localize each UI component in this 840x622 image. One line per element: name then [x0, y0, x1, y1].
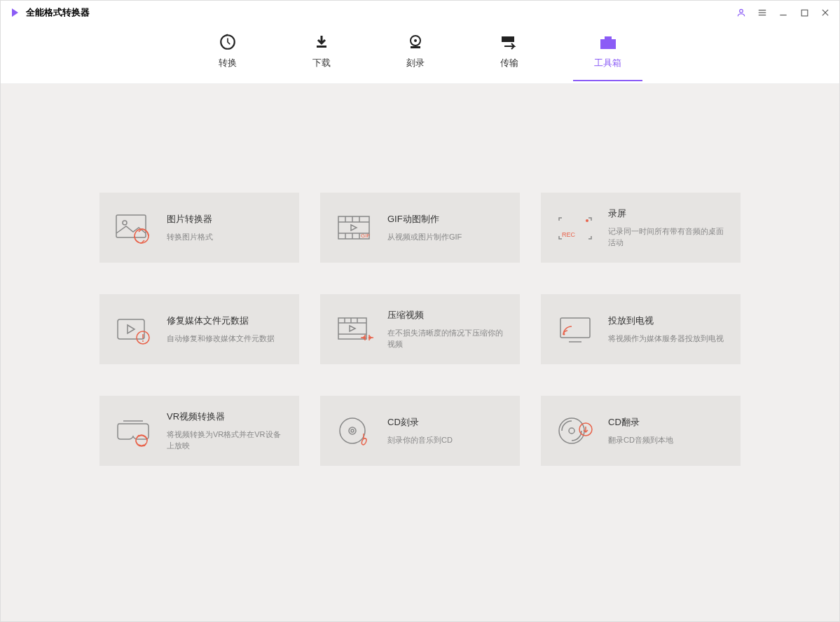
user-icon[interactable]	[736, 7, 747, 18]
card-desc: 记录同一时间所有带有音频的桌面活动	[608, 226, 727, 249]
card-title: 录屏	[608, 207, 727, 220]
tab-burn[interactable]: 刻录	[392, 27, 439, 81]
svg-point-47	[351, 429, 354, 432]
close-icon[interactable]	[820, 7, 831, 18]
convert-icon	[219, 33, 237, 51]
svg-point-43	[563, 333, 565, 336]
card-desc: 自动修复和修改媒体文件元数据	[167, 333, 285, 345]
gif-maker-icon: GIF	[334, 211, 375, 244]
tabbar: 转换 下载 刻录 传输 工具箱	[1, 25, 839, 84]
card-desc: 从视频或图片制作GIF	[387, 231, 506, 243]
cd-burn-icon	[334, 414, 375, 448]
cd-rip-icon	[555, 414, 595, 448]
svg-point-34	[142, 340, 144, 342]
svg-rect-9	[317, 46, 326, 48]
tab-label: 转换	[219, 57, 237, 69]
minimize-icon[interactable]	[778, 7, 789, 18]
svg-rect-41	[560, 318, 590, 338]
svg-rect-5	[801, 10, 808, 16]
svg-point-11	[414, 39, 417, 42]
tab-download[interactable]: 下载	[298, 27, 345, 81]
svg-point-45	[340, 418, 365, 443]
svg-rect-13	[502, 36, 514, 42]
tab-convert[interactable]: 转换	[205, 27, 251, 81]
card-title: 修复媒体文件元数据	[167, 315, 285, 327]
card-title: 投放到电视	[608, 315, 727, 327]
window: 全能格式转换器 转换	[0, 0, 840, 622]
app-title: 全能格式转换器	[26, 6, 90, 19]
tool-cast-tv[interactable]: 投放到电视 将视频作为媒体服务器投放到电视	[541, 294, 741, 364]
svg-rect-31	[118, 319, 144, 339]
svg-point-29	[586, 219, 588, 222]
svg-point-50	[569, 428, 574, 434]
tool-fix-metadata[interactable]: 修复媒体文件元数据 自动修复和修改媒体文件元数据	[99, 294, 299, 364]
tool-vr-converter[interactable]: VR视频转换器 将视频转换为VR格式并在VR设备上放映	[99, 396, 299, 466]
card-desc: 在不损失清晰度的情况下压缩你的视频	[387, 327, 506, 350]
tab-toolbox[interactable]: 工具箱	[580, 27, 635, 81]
card-title: CD翻录	[608, 416, 727, 429]
vr-converter-icon	[113, 414, 154, 448]
compress-video-icon	[334, 312, 375, 346]
tool-cd-burn[interactable]: CD刻录 刻录你的音乐到CD	[320, 396, 520, 466]
toolbox-icon	[599, 33, 617, 51]
tab-label: 下载	[312, 57, 331, 69]
card-desc: 将视频作为媒体服务器投放到电视	[608, 333, 727, 345]
card-desc: 转换图片格式	[167, 231, 285, 243]
menu-icon[interactable]	[757, 7, 768, 18]
card-desc: 将视频转换为VR格式并在VR设备上放映	[167, 429, 285, 452]
app-logo-icon	[9, 7, 20, 18]
transfer-icon	[500, 33, 518, 51]
svg-text:GIF: GIF	[361, 233, 370, 239]
svg-text:REC: REC	[562, 231, 576, 238]
titlebar-controls	[736, 7, 831, 18]
tool-compress-video[interactable]: 压缩视频 在不损失清晰度的情况下压缩你的视频	[320, 294, 520, 364]
card-title: 压缩视频	[387, 309, 506, 322]
svg-rect-12	[411, 46, 420, 48]
maximize-icon[interactable]	[799, 7, 810, 18]
card-desc: 翻录CD音频到本地	[608, 434, 727, 446]
svg-point-0	[740, 9, 743, 13]
tab-label: 工具箱	[594, 57, 621, 69]
card-title: CD刻录	[387, 416, 506, 429]
svg-point-17	[123, 221, 127, 225]
card-desc: 刻录你的音乐到CD	[387, 434, 506, 446]
card-title: 图片转换器	[167, 213, 285, 226]
svg-rect-35	[338, 318, 366, 339]
tab-label: 传输	[500, 57, 518, 69]
tool-image-converter[interactable]: 图片转换器 转换图片格式	[99, 193, 299, 263]
svg-point-46	[349, 427, 356, 434]
card-title: GIF动图制作	[387, 213, 506, 226]
fix-metadata-icon	[113, 312, 154, 346]
svg-point-49	[559, 418, 584, 443]
titlebar: 全能格式转换器	[1, 1, 839, 25]
tool-cd-rip[interactable]: CD翻录 翻录CD音频到本地	[541, 396, 741, 466]
card-title: VR视频转换器	[167, 410, 285, 423]
tool-grid: 图片转换器 转换图片格式 GIF GIF动图制作	[99, 193, 741, 621]
tool-screen-recorder[interactable]: REC 录屏 记录同一时间所有带有音频的桌面活动	[541, 193, 741, 263]
download-icon	[312, 33, 331, 51]
screen-recorder-icon: REC	[555, 211, 595, 244]
svg-rect-16	[116, 215, 146, 237]
tab-label: 刻录	[406, 57, 425, 69]
tab-transfer[interactable]: 传输	[486, 27, 532, 81]
content-area: 图片转换器 转换图片格式 GIF GIF动图制作	[1, 84, 839, 621]
tool-gif-maker[interactable]: GIF GIF动图制作 从视频或图片制作GIF	[320, 193, 520, 263]
burn-icon	[406, 33, 425, 51]
image-converter-icon	[113, 211, 154, 244]
cast-tv-icon	[555, 312, 595, 346]
